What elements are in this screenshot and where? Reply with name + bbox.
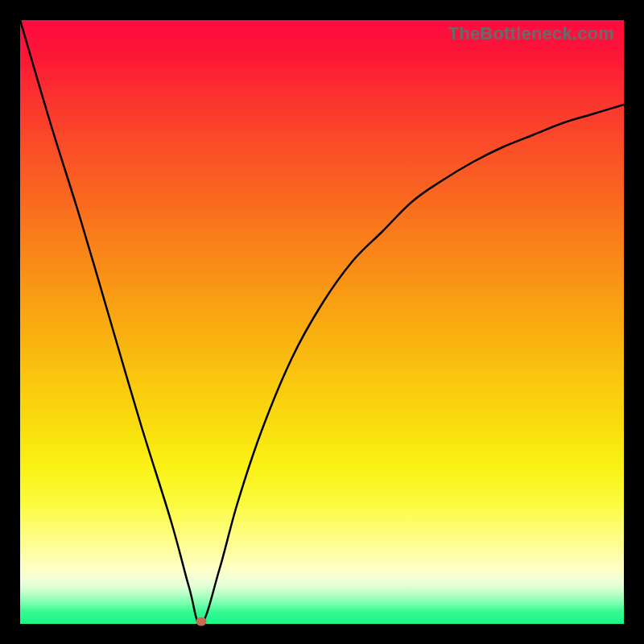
minimum-marker <box>196 617 207 626</box>
chart-frame: TheBottleneck.com <box>0 0 644 644</box>
plot-area: TheBottleneck.com <box>20 20 624 624</box>
bottleneck-curve <box>20 20 624 624</box>
